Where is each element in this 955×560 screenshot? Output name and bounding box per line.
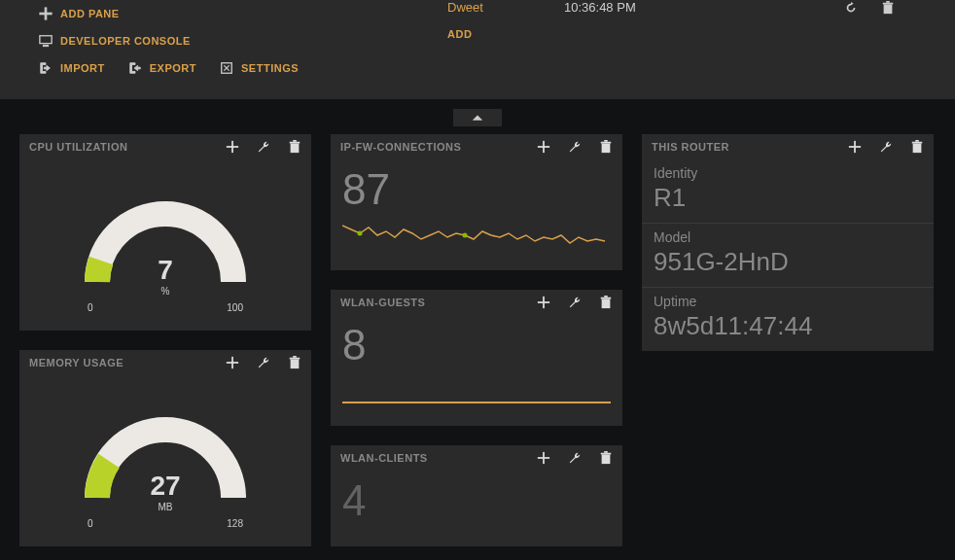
- panel-cpu-title: CPU UTILIZATION: [29, 141, 226, 153]
- svg-rect-9: [227, 146, 238, 148]
- settings-label: SETTINGS: [241, 62, 299, 74]
- memory-max: 128: [227, 518, 243, 529]
- panel-memory-title: MEMORY USAGE: [29, 357, 226, 368]
- svg-point-23: [358, 231, 363, 236]
- cpu-gauge: 7 % 0 100: [31, 163, 300, 313]
- panel-ipfw: IP-FW-CONNECTIONS 87: [331, 134, 622, 270]
- wlan-clients-value: 4: [342, 474, 611, 529]
- trash-icon[interactable]: [599, 140, 613, 154]
- trash-icon[interactable]: [599, 451, 613, 465]
- svg-rect-6: [883, 2, 894, 4]
- svg-rect-3: [43, 45, 48, 46]
- export-button[interactable]: EXPORT: [128, 54, 196, 82]
- router-identity-label: Identity: [654, 165, 922, 181]
- developer-console-label: DEVELOPER CONSOLE: [60, 35, 191, 47]
- svg-rect-12: [293, 140, 297, 142]
- svg-rect-22: [604, 140, 608, 142]
- plus-icon[interactable]: [226, 140, 239, 154]
- memory-value: 27: [150, 471, 180, 502]
- settings-button[interactable]: SETTINGS: [220, 54, 299, 82]
- svg-rect-29: [604, 296, 608, 298]
- wrench-icon[interactable]: [257, 356, 270, 369]
- datasource-row: Dweet 10:36:48 PM: [447, 0, 895, 20]
- panel-ipfw-title: IP-FW-CONNECTIONS: [340, 141, 537, 153]
- svg-rect-34: [601, 453, 612, 455]
- svg-rect-33: [602, 455, 611, 465]
- svg-rect-37: [849, 146, 861, 148]
- cpu-min: 0: [88, 302, 93, 313]
- trash-icon[interactable]: [288, 140, 301, 154]
- svg-rect-16: [290, 358, 301, 360]
- panel-router-title: THIS ROUTER: [652, 141, 848, 153]
- wlan-guests-sparkline: [342, 373, 611, 408]
- trash-icon[interactable]: [599, 296, 613, 309]
- router-uptime-value: 8w5d11:47:44: [654, 311, 922, 341]
- add-pane-label: ADD PANE: [60, 8, 120, 19]
- panel-memory: MEMORY USAGE 27 MB 0 12: [19, 350, 311, 546]
- plus-icon[interactable]: [537, 451, 550, 465]
- dashboard-grid: CPU UTILIZATION 7 % 0 1: [0, 119, 955, 560]
- wrench-icon[interactable]: [568, 296, 582, 309]
- wrench-icon[interactable]: [568, 451, 582, 465]
- plus-icon[interactable]: [848, 140, 862, 154]
- svg-rect-32: [538, 457, 549, 459]
- svg-rect-19: [538, 146, 549, 148]
- router-identity-value: R1: [654, 183, 922, 213]
- datasources-panel: Dweet 10:36:48 PM ADD: [447, 0, 895, 40]
- cpu-max: 100: [227, 302, 243, 313]
- developer-console-button[interactable]: DEVELOPER CONSOLE: [39, 27, 428, 54]
- panel-wlan-clients: WLAN-CLIENTS 4: [331, 445, 622, 546]
- svg-rect-14: [227, 362, 238, 364]
- wrench-icon[interactable]: [568, 140, 582, 154]
- cpu-unit: %: [161, 286, 170, 297]
- svg-rect-1: [40, 13, 52, 15]
- datasource-name[interactable]: Dweet: [447, 0, 564, 15]
- ipfw-sparkline: [342, 218, 611, 253]
- svg-rect-10: [291, 144, 300, 154]
- wlan-guests-value: 8: [342, 319, 611, 373]
- svg-rect-39: [912, 142, 923, 144]
- svg-rect-2: [40, 36, 52, 44]
- svg-rect-17: [293, 356, 297, 358]
- svg-rect-40: [915, 140, 919, 142]
- datasource-time: 10:36:48 PM: [564, 0, 710, 15]
- svg-rect-7: [886, 1, 890, 3]
- trash-icon[interactable]: [910, 140, 924, 154]
- ipfw-value: 87: [342, 163, 611, 218]
- svg-rect-11: [290, 142, 301, 144]
- svg-point-24: [463, 233, 468, 238]
- panel-router: THIS ROUTER Identity R1 Model 951G-2HnD: [642, 134, 934, 351]
- memory-unit: MB: [159, 502, 173, 512]
- wrench-icon[interactable]: [879, 140, 893, 154]
- plus-icon: [39, 7, 53, 20]
- trash-icon[interactable]: [288, 356, 301, 369]
- toolbar-left: ADD PANE DEVELOPER CONSOLE IMPORT EXPORT…: [39, 0, 428, 82]
- add-datasource-button[interactable]: ADD: [447, 20, 895, 40]
- svg-rect-38: [913, 144, 922, 154]
- plus-icon[interactable]: [537, 140, 550, 154]
- memory-gauge: 27 MB 0 128: [31, 379, 300, 529]
- trash-icon[interactable]: [881, 1, 895, 15]
- router-model-value: 951G-2HnD: [654, 247, 922, 277]
- plus-icon[interactable]: [226, 356, 239, 369]
- svg-rect-26: [538, 301, 549, 303]
- svg-rect-27: [602, 299, 611, 309]
- import-label: IMPORT: [60, 62, 105, 74]
- import-icon: [39, 61, 53, 75]
- settings-icon: [220, 61, 233, 75]
- export-icon: [128, 61, 142, 75]
- divider: [0, 99, 955, 119]
- svg-rect-21: [601, 142, 612, 144]
- import-button[interactable]: IMPORT: [39, 54, 105, 82]
- wrench-icon[interactable]: [257, 140, 270, 154]
- svg-rect-35: [604, 451, 608, 453]
- svg-rect-20: [602, 144, 611, 154]
- add-pane-button[interactable]: ADD PANE: [39, 0, 428, 27]
- export-label: EXPORT: [150, 62, 196, 74]
- plus-icon[interactable]: [537, 296, 550, 309]
- panel-wlan-clients-title: WLAN-CLIENTS: [340, 452, 537, 464]
- panel-cpu: CPU UTILIZATION 7 % 0 1: [19, 134, 311, 331]
- svg-rect-28: [601, 298, 612, 299]
- refresh-icon[interactable]: [844, 1, 858, 15]
- collapse-button[interactable]: [453, 109, 502, 126]
